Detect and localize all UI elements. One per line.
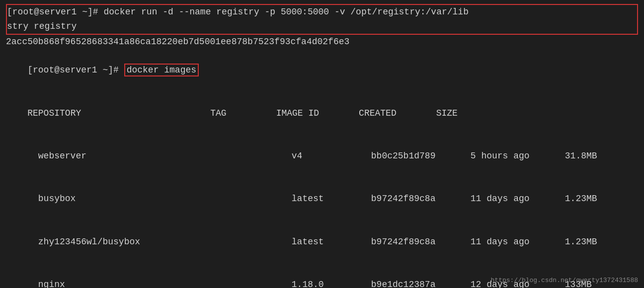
watermark: https://blog.csdn.net/qwerty1372431588 — [491, 277, 638, 284]
table-row: zhy123456wl/busyboxlatestb97242f89c8a11 … — [6, 220, 638, 263]
cmd1-prompt: [root@server1 ~]# — [7, 7, 103, 17]
cmd2-command-highlight: docker images — [124, 64, 199, 76]
cmd2-prompt: [root@server1 ~]# — [27, 65, 124, 75]
col-created: CREATED — [359, 108, 397, 118]
col-tag: TAG — [210, 108, 226, 118]
table-header: REPOSITORYTAGIMAGE IDCREATEDSIZE — [6, 92, 638, 135]
terminal: [root@server1 ~]# docker run -d --name r… — [0, 0, 644, 288]
col-repo: REPOSITORY — [27, 108, 81, 118]
table-row: busyboxlatestb97242f89c8a11 days ago1.23… — [6, 178, 638, 220]
cmd1-line: [root@server1 ~]# docker run -d --name r… — [7, 5, 637, 19]
cmd1-command: docker run -d --name registry -p 5000:50… — [103, 7, 469, 17]
table-rows: webserverv4bb0c25b1d7895 hours ago31.8MB… — [6, 135, 638, 288]
cmd1-wrap: stry registry — [7, 19, 637, 34]
table-row: webserverv4bb0c25b1d7895 hours ago31.8MB — [6, 135, 638, 177]
cmd2-line: [root@server1 ~]# docker images — [6, 49, 638, 91]
hash-line: 2acc50b868f96528683341a86ca18220eb7d5001… — [6, 35, 638, 49]
col-size: SIZE — [436, 108, 458, 118]
col-imageid: IMAGE ID — [276, 108, 319, 118]
table-row: nginx1.18.0b9e1dc12387a12 days ago133MB — [6, 263, 638, 288]
